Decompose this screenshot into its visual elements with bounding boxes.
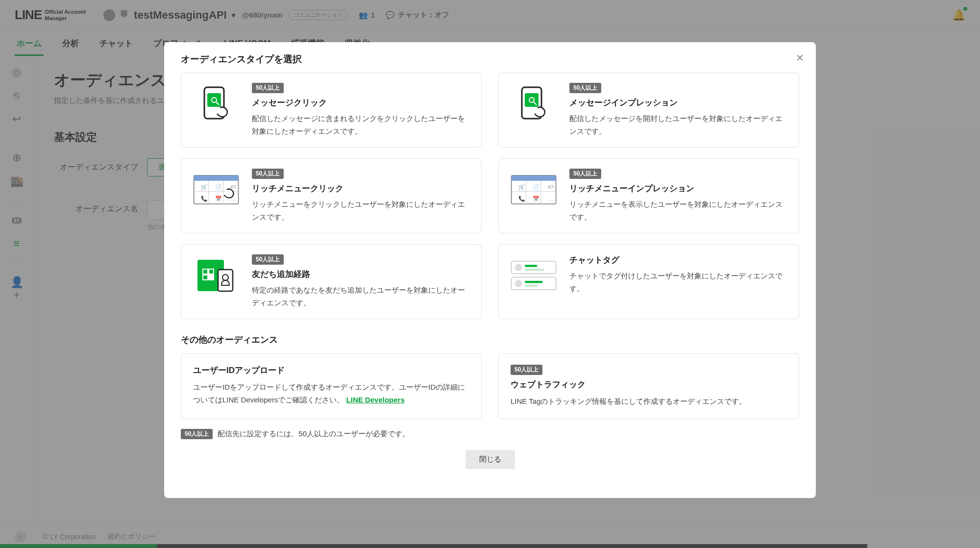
badge-50: 50人以上 [181, 429, 213, 439]
card-desc: 配信したメッセージに含まれるリンクをクリックしたユーザーを対象にしたオーディエン… [252, 112, 470, 137]
badge-50: 50人以上 [511, 365, 542, 375]
audience-type-card[interactable]: 50人以上ウェブトラフィックLINE Tagのトラッキング情報を基にして作成する… [498, 353, 799, 419]
card-desc: 配信したメッセージを開封したユーザーを対象にしたオーディエンスです。 [569, 112, 788, 137]
card-thumb-icon [510, 83, 559, 125]
other-audiences-heading: その他のオーディエンス [181, 334, 799, 346]
svg-point-40 [515, 280, 522, 287]
card-thumb-icon: 🛒📄🏷📞📅… [510, 169, 559, 211]
card-title: ウェブトラフィック [511, 379, 787, 390]
svg-text:🛒: 🛒 [201, 183, 208, 190]
svg-rect-31 [209, 270, 213, 274]
svg-point-36 [515, 264, 522, 271]
min-users-note: 50人以上 配信先に設定するには、50人以上のユーザーが必要です。 [181, 429, 799, 439]
card-desc: リッチメニューを表示したユーザーを対象にしたオーディエンスです。 [569, 198, 788, 223]
svg-text:📅: 📅 [215, 195, 222, 202]
svg-rect-38 [525, 269, 544, 271]
audience-type-card[interactable]: チャットタグチャットでタグ付けしたユーザーを対象にしたオーディエンスです。 [498, 244, 799, 319]
svg-rect-42 [525, 285, 538, 287]
svg-rect-32 [203, 275, 207, 279]
audience-type-card[interactable]: 50人以上友だち追加経路特定の経路であなたを友だち追加したユーザーを対象にしたオ… [181, 244, 482, 319]
svg-text:📞: 📞 [201, 195, 208, 202]
card-title: メッセージクリック [252, 97, 470, 108]
svg-rect-30 [203, 270, 207, 274]
audience-type-card[interactable]: 🛒📄🏷📞📅…50人以上リッチメニューインプレッションリッチメニューを表示したユー… [498, 158, 799, 233]
audience-type-card[interactable]: 50人以上メッセージクリック配信したメッセージに含まれるリンクをクリックしたユー… [181, 73, 482, 148]
audience-type-card[interactable]: ユーザーIDアップロードユーザーIDをアップロードして作成するオーディエンスです… [181, 353, 482, 419]
svg-text:📄: 📄 [215, 183, 222, 190]
line-developers-link[interactable]: LINE Developers [346, 396, 405, 404]
card-thumb-icon [510, 254, 559, 297]
card-thumb-icon [192, 254, 241, 297]
svg-text:🛒: 🛒 [518, 183, 525, 190]
audience-type-modal: オーディエンスタイプを選択 ✕ 50人以上メッセージクリック配信したメッセージに… [164, 42, 816, 498]
badge-50: 50人以上 [252, 169, 284, 179]
audience-type-card[interactable]: 50人以上メッセージインプレッション配信したメッセージを開封したユーザーを対象に… [498, 73, 799, 148]
modal-close-button[interactable]: 閉じる [466, 450, 515, 469]
modal-close-icon[interactable]: ✕ [796, 52, 804, 64]
svg-text:🏷: 🏷 [548, 184, 553, 190]
svg-text:🏷: 🏷 [230, 184, 236, 190]
svg-rect-7 [194, 175, 239, 181]
card-desc: LINE Tagのトラッキング情報を基にして作成するオーディエンスです。 [511, 395, 787, 408]
badge-50: 50人以上 [252, 83, 284, 93]
card-title: リッチメニューインプレッション [569, 183, 788, 194]
svg-rect-41 [525, 281, 542, 283]
badge-50: 50人以上 [252, 254, 284, 265]
modal-title: オーディエンスタイプを選択 [181, 53, 302, 66]
modal-overlay: オーディエンスタイプを選択 ✕ 50人以上メッセージクリック配信したメッセージに… [0, 0, 980, 548]
svg-text:📞: 📞 [518, 195, 525, 202]
svg-rect-37 [525, 265, 537, 267]
badge-50: 50人以上 [569, 169, 601, 179]
card-desc: ユーザーIDをアップロードして作成するオーディエンスです。ユーザーIDの詳細につ… [193, 381, 469, 406]
card-thumb-icon: 🛒📄🏷📞📅… [192, 169, 241, 211]
card-title: ユーザーIDアップロード [193, 365, 469, 376]
card-title: メッセージインプレッション [569, 97, 788, 108]
svg-text:📄: 📄 [533, 183, 539, 190]
card-title: チャットタグ [569, 254, 788, 266]
card-title: 友だち追加経路 [252, 269, 470, 280]
card-desc: 特定の経路であなたを友だち追加したユーザーを対象にしたオーディエンスです。 [252, 284, 470, 309]
svg-text:…: … [548, 196, 553, 201]
card-desc: チャットでタグ付けしたユーザーを対象にしたオーディエンスです。 [569, 270, 788, 295]
svg-rect-18 [512, 175, 556, 181]
card-title: リッチメニュークリック [252, 183, 470, 194]
svg-text:📅: 📅 [533, 195, 539, 202]
card-thumb-icon [192, 83, 241, 125]
audience-type-card[interactable]: 🛒📄🏷📞📅…50人以上リッチメニュークリックリッチメニューをクリックしたユーザー… [181, 158, 482, 233]
card-desc: リッチメニューをクリックしたユーザーを対象にしたオーディエンスです。 [252, 198, 470, 223]
badge-50: 50人以上 [569, 83, 601, 93]
